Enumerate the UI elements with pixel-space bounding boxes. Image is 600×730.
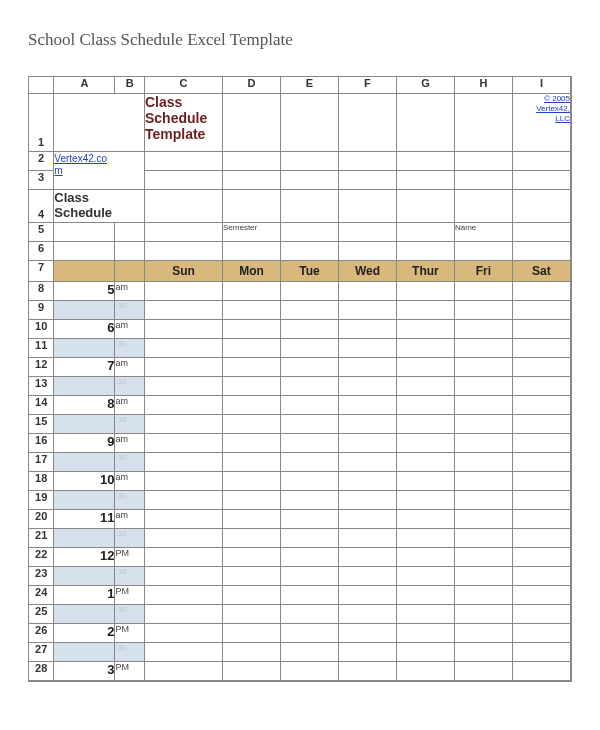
cell-title[interactable]: Class Schedule Template	[144, 94, 222, 152]
row-header-4[interactable]: 4	[29, 190, 54, 223]
col-header-H[interactable]: H	[454, 77, 512, 94]
schedule-cell[interactable]	[512, 605, 570, 624]
schedule-cell[interactable]	[454, 358, 512, 377]
cell[interactable]	[396, 223, 454, 242]
schedule-cell[interactable]	[454, 320, 512, 339]
time-ampm-cell[interactable]: :30	[115, 491, 145, 510]
schedule-cell[interactable]	[512, 510, 570, 529]
schedule-cell[interactable]	[222, 605, 280, 624]
schedule-cell[interactable]	[338, 453, 396, 472]
time-hour-cell[interactable]: 7	[54, 358, 115, 377]
time-ampm-cell[interactable]: :30	[115, 377, 145, 396]
schedule-cell[interactable]	[396, 358, 454, 377]
cell[interactable]	[454, 94, 512, 152]
schedule-cell[interactable]	[222, 624, 280, 643]
schedule-cell[interactable]	[338, 472, 396, 491]
schedule-cell[interactable]	[396, 586, 454, 605]
schedule-cell[interactable]	[144, 472, 222, 491]
schedule-cell[interactable]	[144, 567, 222, 586]
schedule-cell[interactable]	[222, 472, 280, 491]
schedule-cell[interactable]	[338, 415, 396, 434]
time-hour-cell[interactable]: 2	[54, 624, 115, 643]
cell[interactable]	[396, 190, 454, 223]
row-header-28[interactable]: 28	[29, 662, 54, 681]
schedule-cell[interactable]	[280, 605, 338, 624]
schedule-cell[interactable]	[144, 377, 222, 396]
row-header-2[interactable]: 2	[29, 152, 54, 171]
day-mon[interactable]: Mon	[222, 261, 280, 282]
time-ampm-cell[interactable]: am	[115, 472, 145, 491]
schedule-cell[interactable]	[454, 491, 512, 510]
time-hour-cell[interactable]	[54, 415, 115, 434]
time-ampm-cell[interactable]: :30	[115, 529, 145, 548]
row-header-17[interactable]: 17	[29, 453, 54, 472]
schedule-cell[interactable]	[280, 643, 338, 662]
col-header-D[interactable]: D	[222, 77, 280, 94]
col-header-A[interactable]: A	[54, 77, 115, 94]
schedule-cell[interactable]	[144, 301, 222, 320]
schedule-cell[interactable]	[338, 320, 396, 339]
schedule-cell[interactable]	[280, 377, 338, 396]
time-hour-cell[interactable]: 12	[54, 548, 115, 567]
cell[interactable]	[222, 190, 280, 223]
cell-semester-label[interactable]: Semester	[222, 223, 280, 242]
schedule-cell[interactable]	[144, 320, 222, 339]
schedule-cell[interactable]	[280, 358, 338, 377]
row-header-1[interactable]: 1	[29, 94, 54, 152]
schedule-cell[interactable]	[222, 282, 280, 301]
schedule-cell[interactable]	[338, 396, 396, 415]
cell[interactable]	[512, 190, 570, 223]
schedule-cell[interactable]	[512, 472, 570, 491]
time-ampm-cell[interactable]: am	[115, 396, 145, 415]
schedule-cell[interactable]	[396, 510, 454, 529]
schedule-cell[interactable]	[396, 282, 454, 301]
schedule-cell[interactable]	[280, 434, 338, 453]
time-hour-cell[interactable]	[54, 567, 115, 586]
cell[interactable]	[115, 261, 145, 282]
schedule-cell[interactable]	[512, 415, 570, 434]
schedule-cell[interactable]	[144, 605, 222, 624]
cell[interactable]	[396, 152, 454, 171]
schedule-cell[interactable]	[338, 624, 396, 643]
schedule-cell[interactable]	[512, 453, 570, 472]
vertex-link[interactable]: Vertex42.co m	[54, 153, 107, 176]
schedule-cell[interactable]	[280, 529, 338, 548]
col-header-B[interactable]: B	[115, 77, 145, 94]
day-tue[interactable]: Tue	[280, 261, 338, 282]
schedule-cell[interactable]	[338, 662, 396, 681]
cell-copyright[interactable]: © 2005 Vertex42, LLC	[512, 94, 570, 152]
schedule-cell[interactable]	[280, 320, 338, 339]
cell[interactable]	[54, 261, 115, 282]
schedule-cell[interactable]	[396, 301, 454, 320]
row-header-20[interactable]: 20	[29, 510, 54, 529]
row-header-14[interactable]: 14	[29, 396, 54, 415]
col-header-E[interactable]: E	[280, 77, 338, 94]
schedule-cell[interactable]	[280, 415, 338, 434]
row-header-23[interactable]: 23	[29, 567, 54, 586]
day-wed[interactable]: Wed	[338, 261, 396, 282]
time-hour-cell[interactable]	[54, 643, 115, 662]
schedule-cell[interactable]	[512, 529, 570, 548]
schedule-cell[interactable]	[222, 567, 280, 586]
schedule-cell[interactable]	[222, 643, 280, 662]
schedule-cell[interactable]	[454, 567, 512, 586]
row-header-24[interactable]: 24	[29, 586, 54, 605]
cell[interactable]	[396, 171, 454, 190]
cell[interactable]	[144, 242, 222, 261]
schedule-cell[interactable]	[144, 624, 222, 643]
schedule-cell[interactable]	[512, 282, 570, 301]
time-hour-cell[interactable]: 6	[54, 320, 115, 339]
schedule-cell[interactable]	[338, 643, 396, 662]
schedule-cell[interactable]	[338, 339, 396, 358]
schedule-cell[interactable]	[222, 548, 280, 567]
day-fri[interactable]: Fri	[454, 261, 512, 282]
schedule-cell[interactable]	[454, 453, 512, 472]
time-hour-cell[interactable]: 8	[54, 396, 115, 415]
row-header-9[interactable]: 9	[29, 301, 54, 320]
schedule-cell[interactable]	[280, 662, 338, 681]
schedule-cell[interactable]	[144, 510, 222, 529]
schedule-cell[interactable]	[280, 548, 338, 567]
schedule-cell[interactable]	[338, 510, 396, 529]
schedule-cell[interactable]	[222, 301, 280, 320]
schedule-cell[interactable]	[144, 491, 222, 510]
